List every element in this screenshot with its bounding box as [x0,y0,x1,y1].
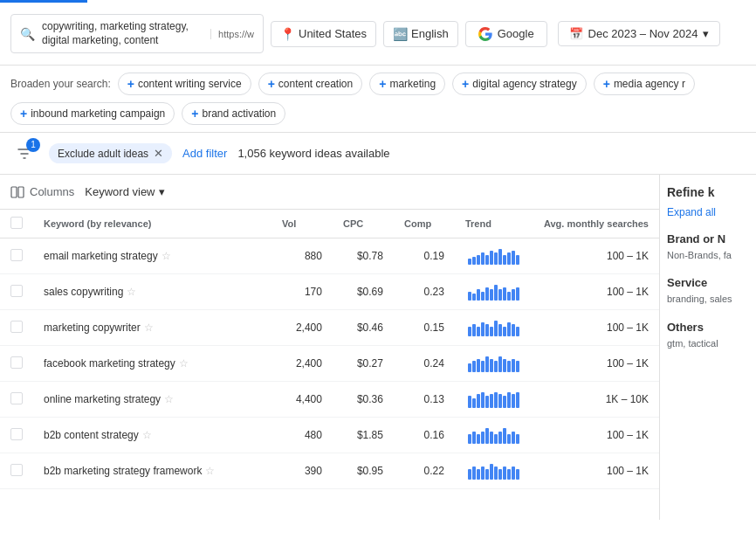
filter-button[interactable]: 1 [10,140,38,168]
vol-cell: 4,400 [271,382,333,418]
cpc-cell: $0.27 [333,346,394,382]
star-icon[interactable]: ☆ [205,465,215,477]
chip-label: media agency r [614,78,685,90]
row-checkbox[interactable] [10,392,23,404]
search-text: copywriting, marketing strategy, digital… [42,20,203,47]
keyword-cell: online marketing strategy☆ [33,382,271,418]
vol-cell: 480 [271,418,333,453]
row-checkbox[interactable] [10,249,23,261]
remove-filter-button[interactable]: ✕ [154,147,163,160]
svg-rect-0 [11,187,17,197]
avg-header[interactable]: Avg. monthly searches [533,210,659,238]
cpc-header[interactable]: CPC [333,210,394,238]
table-area: Columns Keyword view ▾ Keyword (by relev… [0,175,660,520]
engine-button[interactable]: Google [465,21,547,47]
filter-badge: 1 [26,138,40,152]
columns-button[interactable]: Columns [10,185,74,199]
refine-section-title-others: Others [667,321,749,334]
keyword-cell: facebook marketing strategy☆ [33,346,271,382]
avg-cell: 100 – 1K [533,346,659,382]
vol-header[interactable]: Vol [271,210,333,238]
add-filter-button[interactable]: Add filter [182,147,227,160]
avg-cell: 1K – 10K [533,382,659,418]
refine-section-sub-brand: Non-Brands, fa [667,249,749,262]
location-button[interactable]: 📍 United States [271,21,376,47]
google-icon [478,27,492,41]
table-row: online marketing strategy☆4,400$0.360.13… [0,382,659,418]
row-checkbox[interactable] [10,464,23,476]
search-icon: 🔍 [20,27,35,41]
chip-label: inbound marketing campaign [31,107,165,120]
row-checkbox-cell [0,238,33,274]
refine-title: Refine k [667,185,749,199]
plus-icon: + [20,107,27,121]
comp-cell: 0.23 [394,274,455,310]
calendar-icon: 📅 [569,27,583,40]
exclude-label: Exclude adult ideas [58,148,148,160]
expand-all-link[interactable]: Expand all [667,206,749,218]
cpc-cell: $0.46 [333,310,394,346]
comp-cell: 0.24 [394,346,455,382]
star-icon[interactable]: ☆ [164,393,174,405]
star-icon[interactable]: ☆ [179,357,189,370]
location-label: United States [299,27,367,40]
row-checkbox[interactable] [10,321,23,333]
table-toolbar: Columns Keyword view ▾ [0,175,659,210]
comp-header[interactable]: Comp [394,210,455,238]
row-checkbox[interactable] [10,356,23,369]
trend-header[interactable]: Trend [455,210,533,238]
keyword-count: 1,056 keyword ideas available [237,147,389,160]
chip-label: brand activation [202,107,276,120]
chip-media-agency[interactable]: + media agency r [594,73,695,95]
chip-label: content writing service [138,78,242,90]
row-checkbox-cell [0,274,33,310]
keyword-table: Keyword (by relevance) Vol CPC Comp Tren… [0,210,659,489]
cpc-cell: $0.78 [333,238,394,274]
broaden-label: Broaden your search: [10,77,111,92]
star-icon[interactable]: ☆ [127,286,136,298]
top-bar: 🔍 copywriting, marketing strategy, digit… [0,3,756,66]
keyword-cell: b2b content strategy☆ [33,418,271,453]
trend-cell [455,382,533,418]
search-box[interactable]: 🔍 copywriting, marketing strategy, digit… [10,14,264,53]
row-checkbox-cell [0,346,33,382]
keyword-header[interactable]: Keyword (by relevance) [33,210,271,238]
select-all-header[interactable] [0,210,33,238]
engine-label: Google [498,27,534,40]
plus-icon: + [603,77,610,91]
date-range-button[interactable]: 📅 Dec 2023 – Nov 2024 ▾ [558,21,721,46]
table-row: b2b marketing strategy framework☆390$0.9… [0,453,659,489]
row-checkbox[interactable] [10,428,23,440]
chip-marketing[interactable]: + marketing [369,73,445,95]
comp-cell: 0.16 [394,418,455,453]
main-content: Columns Keyword view ▾ Keyword (by relev… [0,175,756,520]
exclude-chip: Exclude adult ideas ✕ [49,143,172,163]
table-row: sales copywriting☆170$0.690.23100 – 1K [0,274,659,310]
star-icon[interactable]: ☆ [162,250,171,262]
cpc-cell: $1.85 [333,418,394,453]
vol-cell: 2,400 [271,346,333,382]
row-checkbox[interactable] [10,285,23,297]
chip-digital-agency-strategy[interactable]: + digital agency strategy [452,73,587,95]
keyword-view-button[interactable]: Keyword view ▾ [85,185,164,198]
chip-brand-activation[interactable]: + brand activation [182,102,285,125]
broaden-bar: Broaden your search: + content writing s… [0,66,756,133]
avg-cell: 100 – 1K [533,453,659,489]
row-checkbox-cell [0,418,33,453]
star-icon[interactable]: ☆ [144,321,154,334]
trend-cell [455,453,533,489]
chip-content-writing-service[interactable]: + content writing service [118,73,251,95]
right-panel: Refine k Expand all Brand or N Non-Brand… [660,175,756,520]
chevron-down-icon: ▾ [159,185,165,198]
language-button[interactable]: 🔤 English [383,21,458,47]
select-all-checkbox[interactable] [10,217,23,229]
plus-icon: + [379,77,386,91]
star-icon[interactable]: ☆ [142,429,152,441]
chip-label: marketing [389,78,436,90]
chip-inbound-marketing[interactable]: + inbound marketing campaign [10,102,175,125]
chip-content-creation[interactable]: + content creation [258,73,363,95]
table-header-row: Keyword (by relevance) Vol CPC Comp Tren… [0,210,659,238]
vol-cell: 170 [271,274,333,310]
row-checkbox-cell [0,382,33,418]
refine-section-service: Service branding, sales [667,276,749,306]
